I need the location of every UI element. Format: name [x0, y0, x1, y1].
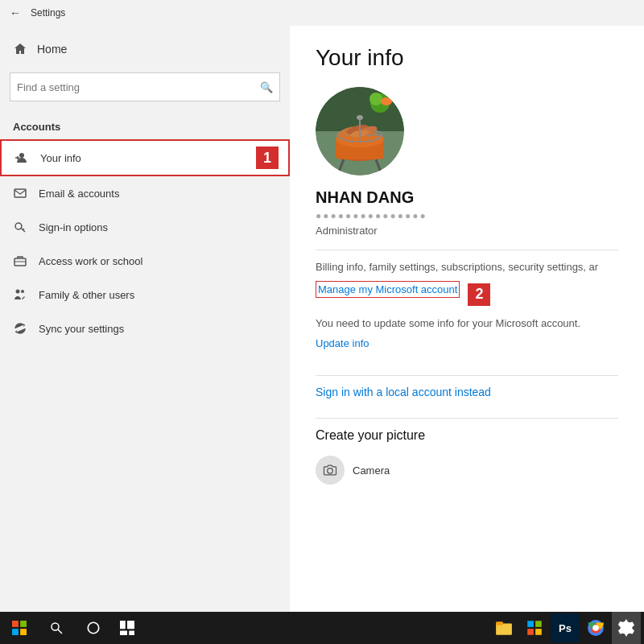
back-button[interactable]: ←	[10, 6, 21, 19]
email-icon	[13, 186, 27, 200]
avatar-image	[316, 87, 404, 175]
search-box[interactable]: 🔍	[10, 72, 280, 101]
work-school-label: Access work or school	[39, 255, 142, 267]
local-account-link[interactable]: Sign in with a local account instead	[316, 386, 618, 398]
main-content: Home 🔍 Accounts Your info 1	[0, 26, 644, 612]
user-role: Administrator	[316, 225, 618, 237]
svg-rect-47	[535, 621, 542, 627]
store-button[interactable]	[520, 612, 549, 644]
sidebar-item-home[interactable]: Home	[0, 32, 290, 66]
sidebar-item-family-users[interactable]: Family & other users	[0, 278, 290, 312]
svg-point-52	[592, 625, 599, 631]
svg-point-28	[369, 93, 382, 105]
svg-point-7	[16, 290, 20, 294]
page-title: Your info	[316, 45, 618, 71]
title-bar: ← Settings	[0, 0, 644, 26]
svg-point-31	[357, 115, 363, 120]
svg-rect-48	[527, 629, 534, 635]
svg-rect-34	[20, 621, 27, 627]
search-icon: 🔍	[260, 81, 273, 93]
update-info-link[interactable]: Update info	[316, 337, 369, 349]
camera-option[interactable]: Camera	[316, 456, 618, 485]
svg-point-0	[19, 153, 24, 158]
sidebar-item-email-accounts[interactable]: Email & accounts	[0, 176, 290, 210]
your-info-label: Your info	[40, 152, 81, 164]
person-icon	[14, 151, 29, 165]
svg-rect-41	[127, 621, 134, 629]
svg-point-39	[88, 622, 99, 634]
svg-point-37	[52, 623, 59, 630]
briefcase-icon	[13, 254, 27, 268]
step-1-badge: 1	[256, 147, 279, 169]
start-button[interactable]	[3, 612, 35, 644]
create-picture-title: Create your picture	[316, 428, 618, 443]
svg-rect-49	[535, 629, 542, 635]
home-icon	[13, 42, 27, 56]
svg-point-8	[21, 290, 24, 293]
search-input[interactable]	[17, 81, 260, 93]
camera-label: Camera	[353, 464, 390, 477]
file-explorer-button[interactable]	[489, 612, 518, 644]
svg-rect-3	[14, 189, 26, 197]
update-notice: You need to update some info for your Mi…	[316, 317, 618, 329]
divider-1	[316, 250, 618, 250]
billing-text: Billing info, family settings, subscript…	[316, 260, 618, 275]
sidebar-item-your-info[interactable]: Your info 1	[0, 139, 290, 176]
sync-label: Sync your settings	[39, 323, 124, 335]
svg-rect-40	[120, 621, 126, 629]
sign-in-label: Sign-in options	[39, 221, 108, 233]
step-2-badge: 2	[468, 283, 490, 306]
photoshop-button[interactable]: Ps	[551, 613, 580, 642]
sidebar: Home 🔍 Accounts Your info 1	[0, 26, 290, 612]
svg-rect-35	[12, 629, 19, 635]
task-view-button[interactable]	[111, 612, 143, 644]
chrome-button[interactable]	[581, 612, 610, 644]
sidebar-item-sign-in[interactable]: Sign-in options	[0, 210, 290, 244]
key-icon	[13, 220, 27, 234]
svg-rect-42	[120, 630, 127, 635]
svg-point-32	[328, 469, 333, 474]
user-email: ●●●●●●●●●●●●●●●	[316, 210, 618, 221]
family-users-label: Family & other users	[39, 289, 134, 301]
svg-rect-46	[527, 621, 534, 627]
right-panel: Your info	[290, 26, 644, 612]
sidebar-item-work-school[interactable]: Access work or school	[0, 244, 290, 278]
svg-rect-45	[496, 621, 503, 625]
photoshop-label: Ps	[559, 622, 572, 634]
svg-rect-43	[129, 630, 134, 635]
section-title: Accounts	[0, 108, 290, 139]
user-name: NHAN DANG	[316, 188, 618, 207]
svg-rect-33	[12, 621, 19, 627]
svg-point-4	[15, 223, 22, 229]
svg-point-29	[381, 97, 392, 105]
avatar	[316, 87, 404, 175]
email-accounts-label: Email & accounts	[39, 188, 119, 200]
manage-microsoft-account-link[interactable]: Manage my Microsoft account	[316, 281, 460, 298]
camera-icon	[316, 456, 345, 485]
svg-line-38	[58, 630, 62, 634]
svg-rect-36	[20, 629, 27, 635]
app-title: Settings	[31, 7, 65, 19]
family-icon	[13, 287, 27, 302]
taskbar-search-button[interactable]	[37, 612, 76, 644]
taskbar: Ps	[0, 612, 644, 644]
settings-button[interactable]	[612, 612, 641, 644]
cortana-button[interactable]	[77, 612, 109, 644]
divider-2	[316, 375, 618, 376]
divider-3	[316, 418, 618, 419]
home-label: Home	[37, 43, 67, 56]
sync-icon	[13, 321, 27, 336]
sidebar-item-sync[interactable]: Sync your settings	[0, 312, 290, 345]
